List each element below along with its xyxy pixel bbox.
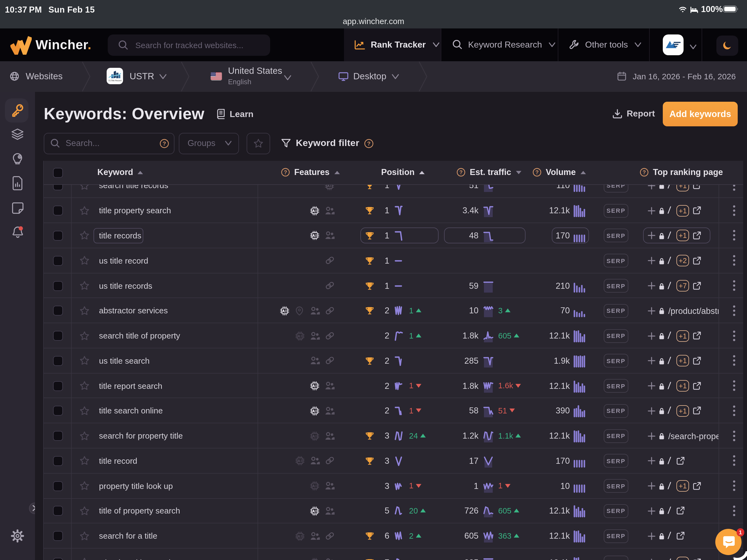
svg-text:?: ?	[163, 140, 166, 146]
svg-text:?: ?	[643, 169, 646, 175]
svg-text:?: ?	[367, 140, 371, 146]
svg-text:U.S.Title Records: U.S.Title Records	[108, 79, 121, 82]
svg-text:?: ?	[284, 169, 287, 175]
svg-text:?: ?	[459, 169, 463, 175]
svg-text:?: ?	[535, 169, 539, 175]
